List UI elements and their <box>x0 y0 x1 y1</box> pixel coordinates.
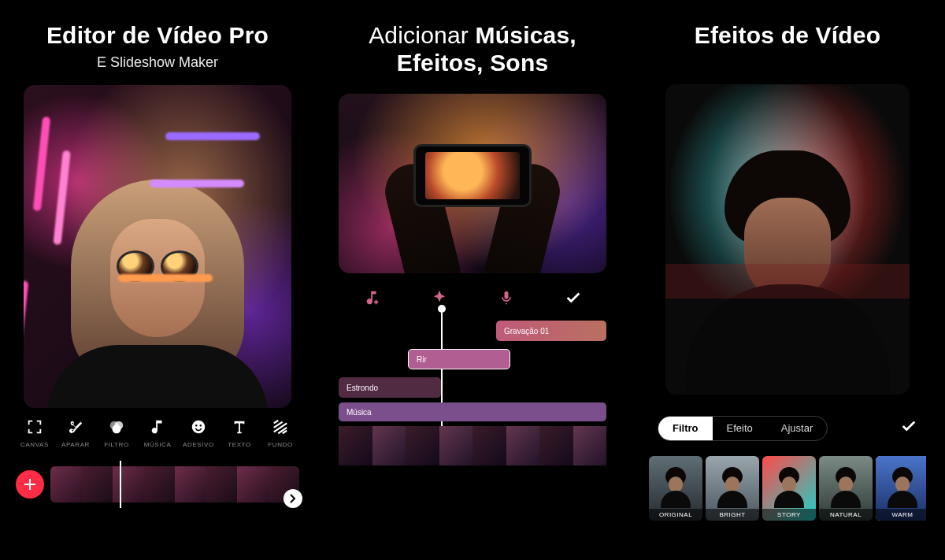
tool-aparar[interactable]: APARAR <box>57 417 94 448</box>
sparkle-icon <box>431 289 448 306</box>
add-clip-button[interactable] <box>16 470 44 499</box>
tool-musica[interactable]: MÚSICA <box>139 417 176 448</box>
arrow-right-icon <box>288 494 298 503</box>
clip-musica[interactable]: Música <box>339 402 606 421</box>
svg-point-2 <box>113 425 121 433</box>
effects-tabs: FiltroEfeitoAjustar <box>658 415 917 442</box>
preset-warm[interactable]: WARM <box>876 456 926 521</box>
tab-ajustar[interactable]: Ajustar <box>767 417 827 440</box>
video-frame-strip[interactable] <box>339 426 606 465</box>
panel1-subtitle: E Slideshow Maker <box>97 54 218 71</box>
svg-point-3 <box>192 420 206 433</box>
canvas-icon <box>25 417 44 436</box>
microphone-icon <box>498 289 514 306</box>
tool-label: FILTRO <box>104 441 128 448</box>
check-icon <box>565 289 582 306</box>
texto-icon <box>230 417 249 436</box>
add-music-button[interactable] <box>362 287 383 308</box>
tool-label: TEXTO <box>228 441 251 448</box>
preset-label: BRIGHT <box>706 509 759 521</box>
svg-point-4 <box>195 424 198 426</box>
tab-efeito[interactable]: Efeito <box>713 417 767 440</box>
panel3-title: Efeitos de Vídeo <box>695 22 881 50</box>
tab-filtro[interactable]: Filtro <box>658 417 713 440</box>
preview-person-illustration <box>63 172 252 408</box>
timeline-playhead[interactable] <box>120 461 121 508</box>
clip-gravacao[interactable]: Gravação 01 <box>496 321 606 341</box>
panel-effects: Efeitos de Vídeo FiltroEfeitoAjustar ORI… <box>630 0 945 560</box>
preset-bright[interactable]: BRIGHT <box>706 456 759 521</box>
adesivo-icon <box>189 417 208 436</box>
aparar-icon <box>66 417 85 436</box>
tool-filtro[interactable]: FILTRO <box>98 417 135 448</box>
check-icon <box>900 417 917 435</box>
filter-presets: ORIGINALBRIGHTSTORYNATURALWARMWA <box>649 456 926 521</box>
tool-label: ADESIVO <box>183 441 214 448</box>
filtro-icon <box>107 417 126 436</box>
audio-timeline[interactable]: Gravação 01 Rir Estrondo Música <box>339 321 606 478</box>
preset-original[interactable]: ORIGINAL <box>649 456 702 521</box>
tool-canvas[interactable]: CANVAS <box>16 417 54 448</box>
tool-label: FUNDO <box>268 441 292 448</box>
svg-point-5 <box>199 424 202 426</box>
record-voice-button[interactable] <box>496 287 517 308</box>
panel1-timeline[interactable] <box>16 464 299 505</box>
clip-estrondo[interactable]: Estrondo <box>339 377 441 398</box>
panel2-title: Adicionar Músicas, Efeitos, Sons <box>331 22 614 76</box>
panel1-toolbar: CANVASAPARARFILTROMÚSICAADESIVOTEXTOFUND… <box>16 417 299 448</box>
clip-rir[interactable]: Rir <box>408 349 510 369</box>
panel3-video-preview[interactable] <box>665 84 910 395</box>
preset-label: STORY <box>762 509 816 521</box>
panel-editor: Editor de Vídeo Pro E Slideshow Maker CA… <box>0 0 315 560</box>
panel-audio: Adicionar Músicas, Efeitos, Sons Gravaçã… <box>315 0 630 560</box>
tool-label: CANVAS <box>20 441 49 448</box>
fundo-icon <box>271 417 290 436</box>
musica-icon <box>148 417 167 436</box>
plus-icon <box>24 478 36 491</box>
panel1-title: Editor de Vídeo Pro <box>46 22 269 50</box>
preset-label: NATURAL <box>819 509 873 521</box>
tool-label: MÚSICA <box>144 441 172 448</box>
preset-label: WARM <box>876 509 926 521</box>
panel2-video-preview[interactable] <box>339 94 606 273</box>
tool-adesivo[interactable]: ADESIVO <box>180 417 217 448</box>
audio-confirm-button[interactable] <box>563 287 584 308</box>
preset-story[interactable]: STORY <box>762 456 816 521</box>
preset-label: ORIGINAL <box>649 509 702 521</box>
preset-natural[interactable]: NATURAL <box>819 456 873 521</box>
music-plus-icon <box>364 289 381 306</box>
effects-confirm-button[interactable] <box>900 417 917 439</box>
audio-toolbar <box>339 287 606 308</box>
tool-label: APARAR <box>61 441 90 448</box>
tool-texto[interactable]: TEXTO <box>220 417 258 448</box>
timeline-next-button[interactable] <box>284 489 302 508</box>
phone-illustration <box>413 144 532 207</box>
timeline-thumbnails[interactable] <box>50 466 299 503</box>
tool-fundo[interactable]: FUNDO <box>261 417 299 448</box>
panel1-video-preview[interactable] <box>24 85 291 408</box>
